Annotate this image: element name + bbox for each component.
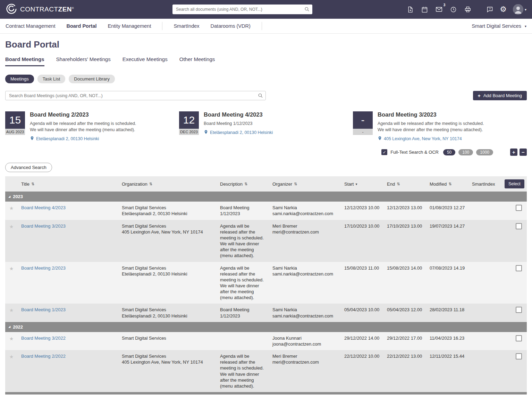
new-document-icon[interactable] [407,6,414,13]
map-pin-icon [30,136,34,142]
smartindex-cell [468,202,503,220]
meeting-card-title[interactable]: Board Meeting 3/2023 [378,111,484,118]
column-header-modified[interactable]: Modified⇅ [426,181,468,187]
settings-gear-icon[interactable]: ⚙ [500,6,507,13]
row-checkbox[interactable] [516,335,522,341]
contractzen-logo[interactable]: CONTRACTZEN® [6,3,74,16]
column-header-title[interactable]: Title⇅ [18,181,118,187]
nav-datarooms[interactable]: Datarooms (VDR) [211,23,251,29]
meeting-card[interactable]: 15 AUG 2023 Board Meeting 2/2023 Agenda … [5,111,179,142]
sort-icon: ⇅ [294,182,297,186]
table-row[interactable]: ★ Board Meeting 1/2023 Smart Digital Ser… [5,304,527,322]
pill-meetings[interactable]: Meetings [5,75,34,83]
pill-document-library[interactable]: Document Library [69,75,115,83]
page-size-100[interactable]: 100 [458,149,473,155]
column-header-end[interactable]: End⇅ [383,181,426,187]
tenant-selector[interactable]: Smart Digital Services ▾ [472,23,526,29]
user-avatar[interactable]: ▾ [513,4,526,15]
row-checkbox[interactable] [516,205,522,211]
tab-executive-meetings[interactable]: Executive Meetings [123,56,168,66]
logo-text: CONTRACTZEN® [20,6,74,13]
fulltext-search-label: Full-Text Search & OCR [390,150,439,155]
table-row[interactable]: ★ Board Meeting 2/2023 Smart Digital Ser… [5,262,527,304]
tab-other-meetings[interactable]: Other Meetings [179,56,215,66]
collapse-button[interactable]: − [520,149,527,156]
meeting-card-title[interactable]: Board Meeting 2/2023 [30,111,136,118]
search-icon[interactable] [258,93,263,99]
group-label: 2023 [13,194,23,199]
page-size-1000[interactable]: 1000 [476,149,493,155]
page-size-50[interactable]: 50 [443,149,455,155]
star-icon[interactable]: ★ [5,262,18,304]
organizer-email: meri@contractzen.com [272,229,337,235]
scanner-icon[interactable] [464,6,472,13]
tab-shareholders-meetings[interactable]: Shareholders' Meetings [56,56,111,66]
collapse-triangle-icon: ◢ [8,325,10,328]
nav-smartindex[interactable]: SmartIndex [174,23,199,29]
column-header-organizer[interactable]: Organizer⇅ [269,181,341,187]
description: Board Meeting 1/12/2023 [217,202,269,220]
meeting-card[interactable]: 12 DEC 2023 Board Meeting 4/2023 Board M… [179,111,353,142]
expand-button[interactable]: + [510,149,517,156]
history-icon[interactable] [450,6,457,13]
table-row[interactable]: ★ Board Meeting 2/2022 Smart Digital Ser… [5,350,527,392]
meeting-title-link[interactable]: Board Meeting 3/2022 [21,336,66,341]
column-header-start[interactable]: Start▾ [341,181,383,187]
meeting-card-description: Agenda will be released after the meetin… [378,120,484,133]
calendar-icon[interactable] [421,6,428,13]
meeting-card-location[interactable]: Eteläesplanadi 2, 00130 Helsinki [30,136,136,142]
tab-board-meetings[interactable]: Board Meetings [5,56,44,66]
column-header-organization[interactable]: Organization⇅ [118,181,217,187]
meeting-title-link[interactable]: Board Meeting 2/2022 [21,354,66,359]
advanced-search-button[interactable]: Advanced Search [5,163,52,172]
meeting-card-title[interactable]: Board Meeting 4/2023 [204,111,273,118]
star-icon[interactable]: ★ [5,220,18,262]
help-icon[interactable]: ? [486,6,493,13]
row-checkbox[interactable] [516,265,522,271]
select-button[interactable]: Select [505,179,524,188]
chevron-down-icon: ▾ [525,8,526,11]
column-header-description[interactable]: Description⇅ [217,181,269,187]
nav-contract-management[interactable]: Contract Management [6,23,55,29]
end-datetime: 17/10/2023 13.00 [383,220,426,262]
row-checkbox[interactable] [516,307,522,313]
meeting-card-location[interactable]: Eteläesplanadi 2, 00130 Helsinki [204,130,273,135]
logo-mark-icon [6,3,17,16]
nav-divider [262,22,262,30]
organizer-email: joona@contractzen.com [272,341,337,347]
start-datetime: 22/12/2022 10.00 [341,350,383,392]
mail-icon[interactable]: 3 [435,6,443,13]
table-row[interactable]: ★ Board Meeting 3/2023 Smart Digital Ser… [5,220,527,262]
add-board-meeting-button[interactable]: + Add Board Meeting [473,91,527,100]
pill-task-list[interactable]: Task List [37,75,66,83]
table-row[interactable]: ★ Board Meeting 3/2022 Smart Digital Ser… [5,332,527,350]
meeting-title-link[interactable]: Board Meeting 2/2023 [21,265,66,271]
star-icon[interactable]: ★ [5,304,18,322]
modified-datetime: 12/11/2022 15.44 [426,350,468,392]
search-icon[interactable] [304,7,310,13]
date-day: - [353,111,373,129]
row-checkbox[interactable] [516,353,522,359]
group-header-2023[interactable]: ◢ 2023 [5,192,527,202]
page-title: Board Portal [5,39,527,50]
nav-board-portal[interactable]: Board Portal [66,23,96,29]
meeting-card[interactable]: - - Board Meeting 3/2023 Agenda will be … [353,111,527,142]
column-label: Title [21,181,29,187]
star-icon[interactable]: ★ [5,332,18,350]
meeting-title-link[interactable]: Board Meeting 4/2023 [21,205,66,210]
meeting-title-link[interactable]: Board Meeting 1/2023 [21,307,66,312]
row-checkbox[interactable] [516,223,522,229]
group-header-2022[interactable]: ◢ 2022 [5,322,527,332]
fulltext-search-checkbox[interactable]: ✓ [381,149,387,155]
nav-entity-management[interactable]: Entity Management [108,23,151,29]
board-meetings-search-input[interactable] [5,91,266,100]
meeting-card-location[interactable]: 405 Lexington Ave, New York, NY 10174 [378,136,484,142]
star-icon[interactable]: ★ [5,202,18,220]
star-icon[interactable]: ★ [5,350,18,392]
upcoming-meetings: 15 AUG 2023 Board Meeting 2/2023 Agenda … [5,111,527,142]
location-text: Eteläesplanadi 2, 00130 Helsinki [210,130,273,135]
table-row[interactable]: ★ Board Meeting 4/2023 Smart Digital Ser… [5,202,527,220]
global-search-input[interactable] [172,5,312,14]
meeting-title-link[interactable]: Board Meeting 3/2023 [21,223,66,229]
top-bar: CONTRACTZEN® 3 ? ⚙ [0,0,532,19]
